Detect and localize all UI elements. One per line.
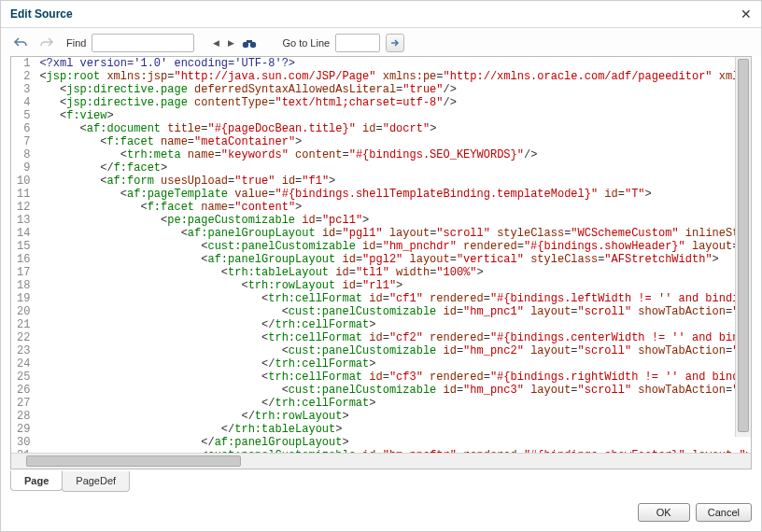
code-line[interactable]: <trh:rowLayout id="rl1">	[37, 279, 751, 292]
line-number: 17	[11, 266, 37, 279]
line-number: 7	[11, 135, 37, 148]
line-number: 25	[11, 371, 37, 384]
code-line[interactable]: <cust:panelCustomizable id="hm_pnc2" lay…	[37, 344, 751, 357]
line-number: 9	[11, 161, 37, 175]
code-line[interactable]: <af:panelGroupLayout id="pgl2" layout="v…	[37, 253, 751, 266]
line-number: 27	[11, 397, 37, 410]
code-line[interactable]: <f:view>	[37, 109, 751, 122]
find-next-button[interactable]: ▶	[226, 36, 235, 49]
binoculars-icon[interactable]	[241, 35, 258, 51]
code-line[interactable]: <trh:meta name="keywords" content="#{bin…	[37, 148, 751, 161]
line-number: 10	[11, 175, 37, 188]
code-line[interactable]: <f:facet name="content">	[37, 201, 751, 214]
code-line[interactable]: <af:pageTemplate value="#{bindings.shell…	[37, 188, 751, 201]
cancel-button[interactable]: Cancel	[696, 503, 752, 522]
code-line[interactable]: </trh:cellFormat>	[37, 357, 751, 371]
line-number: 15	[11, 240, 37, 253]
line-number: 23	[11, 344, 37, 357]
code-line[interactable]: </trh:tableLayout>	[37, 423, 751, 436]
titlebar: Edit Source ✕	[1, 1, 761, 28]
line-number: 22	[11, 331, 37, 344]
code-line[interactable]: <af:form usesUpload="true" id="f1">	[37, 175, 751, 188]
line-number: 4	[11, 96, 37, 109]
line-number: 26	[11, 384, 37, 397]
line-number: 14	[11, 227, 37, 240]
redo-button[interactable]	[36, 34, 57, 52]
line-number: 2	[11, 70, 37, 83]
close-icon[interactable]: ✕	[741, 7, 752, 21]
horizontal-scrollbar[interactable]	[11, 453, 751, 469]
code-line[interactable]: </f:facet>	[37, 161, 751, 175]
code-line[interactable]: <af:panelGroupLayout id="pgl1" layout="s…	[37, 227, 751, 240]
dialog-footer: OK Cancel	[1, 492, 761, 531]
line-number: 24	[11, 357, 37, 371]
svg-rect-2	[247, 40, 252, 43]
goto-line-input[interactable]	[335, 34, 380, 52]
code-line[interactable]: <jsp:directive.page deferredSyntaxAllowe…	[37, 83, 751, 96]
code-line[interactable]: <af:document title="#{pageDocBean.title}…	[37, 122, 751, 135]
line-number: 30	[11, 436, 37, 449]
line-number: 3	[11, 83, 37, 96]
find-prev-button[interactable]: ◀	[211, 36, 220, 49]
tab-strip: PagePageDef	[1, 469, 761, 492]
line-number: 19	[11, 292, 37, 305]
code-line[interactable]: <pe:pageCustomizable id="pcl1">	[37, 214, 751, 227]
ok-button[interactable]: OK	[638, 503, 690, 522]
edit-source-dialog: Edit Source ✕ Find ◀ ▶ Go to Line 1<?xml…	[0, 0, 762, 532]
code-line[interactable]: <cust:panelCustomizable id="hm_pnc1" lay…	[37, 305, 751, 318]
code-line[interactable]: <trh:cellFormat id="cf1" rendered="#{bin…	[37, 292, 751, 305]
line-number: 18	[11, 279, 37, 292]
line-number: 8	[11, 148, 37, 161]
line-number: 6	[11, 122, 37, 135]
dialog-title: Edit Source	[10, 7, 73, 21]
code-line[interactable]: </af:panelGroupLayout>	[37, 436, 751, 449]
line-number: 28	[11, 410, 37, 423]
line-number: 16	[11, 253, 37, 266]
line-number: 5	[11, 109, 37, 122]
code-line[interactable]: <trh:cellFormat id="cf2" rendered="#{bin…	[37, 331, 751, 344]
line-number: 20	[11, 305, 37, 318]
code-line[interactable]: <trh:cellFormat id="cf3" rendered="#{bin…	[37, 371, 751, 384]
code-line[interactable]: <trh:tableLayout id="tl1" width="100%">	[37, 266, 751, 279]
code-line[interactable]: </trh:cellFormat>	[37, 318, 751, 331]
find-label: Find	[66, 37, 86, 49]
line-number: 13	[11, 214, 37, 227]
goto-button[interactable]	[386, 34, 404, 52]
toolbar: Find ◀ ▶ Go to Line	[1, 28, 761, 56]
code-line[interactable]: </trh:rowLayout>	[37, 410, 751, 423]
line-number: 11	[11, 188, 37, 201]
goto-label: Go to Line	[282, 37, 330, 49]
code-line[interactable]: <f:facet name="metaContainer">	[37, 135, 751, 148]
editor-frame: 1<?xml version='1.0' encoding='UTF-8'?>2…	[10, 56, 752, 469]
code-editor[interactable]: 1<?xml version='1.0' encoding='UTF-8'?>2…	[11, 57, 751, 453]
line-number: 12	[11, 201, 37, 214]
undo-button[interactable]	[10, 34, 31, 52]
vertical-scrollbar[interactable]	[735, 57, 751, 437]
code-line[interactable]: <?xml version='1.0' encoding='UTF-8'?>	[37, 57, 751, 70]
code-line[interactable]: <cust:panelCustomizable id="hm_pnchdr" r…	[37, 240, 751, 253]
line-number: 21	[11, 318, 37, 331]
tab-pagedef[interactable]: PageDef	[62, 471, 130, 492]
line-number: 29	[11, 423, 37, 436]
code-line[interactable]: <jsp:directive.page contentType="text/ht…	[37, 96, 751, 109]
tab-page[interactable]: Page	[10, 470, 63, 491]
line-number: 1	[11, 57, 37, 70]
code-line[interactable]: <cust:panelCustomizable id="hm_pnc3" lay…	[37, 384, 751, 397]
code-line[interactable]: </trh:cellFormat>	[37, 397, 751, 410]
code-line[interactable]: <jsp:root xmlns:jsp="http://java.sun.com…	[37, 70, 751, 83]
find-input[interactable]	[92, 34, 194, 52]
